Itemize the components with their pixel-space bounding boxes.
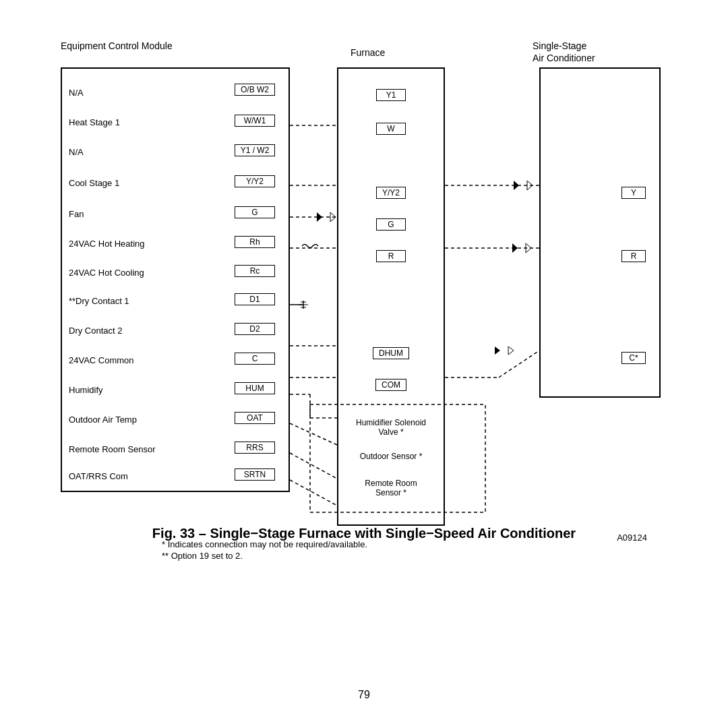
terminal-rh: Rh xyxy=(235,236,275,248)
ecm-label-coolstage1: Cool Stage 1 xyxy=(69,178,119,188)
svg-marker-19 xyxy=(512,243,518,253)
footnotes: * Indicates connection may not be requir… xyxy=(162,539,367,562)
furnace-terminal-dhum: DHUM xyxy=(373,347,409,359)
furnace-terminal-com: COM xyxy=(375,379,406,391)
header-ac-line1: Single-Stage xyxy=(533,40,586,51)
terminal-y1w2: Y1 / W2 xyxy=(235,144,275,156)
furnace-terminal-g: G xyxy=(376,218,406,231)
svg-line-13 xyxy=(290,423,337,445)
ecm-label-srtn: OAT/RRS Com xyxy=(69,471,128,481)
furnace-terminal-r: R xyxy=(376,250,406,262)
ac-terminal-r: R xyxy=(621,250,646,262)
ecm-label-c: 24VAC Common xyxy=(69,355,134,365)
ecm-label-d1: **Dry Contact 1 xyxy=(69,296,129,306)
terminal-yy2: Y/Y2 xyxy=(235,175,275,187)
figure-caption: Fig. 33 – Single−Stage Furnace with Sing… xyxy=(0,526,728,541)
remote-room-label: Remote Room Sensor * xyxy=(337,479,445,497)
svg-marker-20 xyxy=(526,243,531,253)
footnote2: ** Option 19 set to 2. xyxy=(162,551,367,561)
page-container: Equipment Control Module Furnace Single-… xyxy=(0,0,728,728)
terminal-g: G xyxy=(235,206,275,218)
ecm-label-rh: 24VAC Hot Heating xyxy=(69,239,145,249)
ecm-label-d2: Dry Contact 2 xyxy=(69,326,122,336)
svg-line-15 xyxy=(290,480,337,506)
svg-line-9 xyxy=(499,351,539,377)
terminal-rrs: RRS xyxy=(235,442,275,454)
ecm-label-heatstage1: Heat Stage 1 xyxy=(69,117,120,127)
svg-marker-17 xyxy=(317,212,322,222)
terminal-obw2: O/B W2 xyxy=(235,84,275,96)
ecm-label-rrs: Remote Room Sensor xyxy=(69,444,156,454)
ecm-label-fan: Fan xyxy=(69,209,84,219)
svg-marker-28 xyxy=(495,346,500,355)
svg-marker-21 xyxy=(514,181,519,190)
header-ac-line2: Air Conditioner xyxy=(533,53,595,63)
ecm-label-na1: N/A xyxy=(69,88,84,98)
ecm-label-rc: 24VAC Hot Cooling xyxy=(69,268,144,278)
ecm-box: N/A O/B W2 Heat Stage 1 W/W1 N/A Y1 / W2… xyxy=(61,67,290,492)
terminal-d1: D1 xyxy=(235,293,275,305)
ac-box: Y R C* xyxy=(539,67,661,398)
ac-terminal-y: Y xyxy=(621,187,646,199)
diagram-area: Equipment Control Module Furnace Single-… xyxy=(40,40,688,546)
ac-terminal-c: C* xyxy=(621,352,646,364)
terminal-d2: D2 xyxy=(235,323,275,335)
header-ecm: Equipment Control Module xyxy=(61,40,173,51)
svg-line-14 xyxy=(290,453,337,479)
ecm-label-na2: N/A xyxy=(69,147,84,157)
terminal-rc: Rc xyxy=(235,265,275,277)
page-number: 79 xyxy=(358,689,370,701)
ecm-label-oat: Outdoor Air Temp xyxy=(69,415,137,425)
svg-marker-29 xyxy=(508,346,514,355)
furnace-terminal-y1: Y1 xyxy=(376,89,406,101)
terminal-c: C xyxy=(235,353,275,365)
terminal-oat: OAT xyxy=(235,412,275,424)
svg-marker-18 xyxy=(330,212,336,222)
outdoor-sensor-label: Outdoor Sensor * xyxy=(337,452,445,461)
header-furnace: Furnace xyxy=(351,47,385,58)
furnace-terminal-w: W xyxy=(376,123,406,135)
svg-marker-22 xyxy=(527,181,533,190)
ecm-label-hum: Humidify xyxy=(69,385,103,395)
furnace-terminal-yy2: Y/Y2 xyxy=(376,187,406,199)
terminal-ww1: W/W1 xyxy=(235,115,275,127)
terminal-srtn: SRTN xyxy=(235,468,275,481)
humidifier-label: Humidifier Solenoid Valve * xyxy=(337,418,445,437)
terminal-hum: HUM xyxy=(235,382,275,394)
